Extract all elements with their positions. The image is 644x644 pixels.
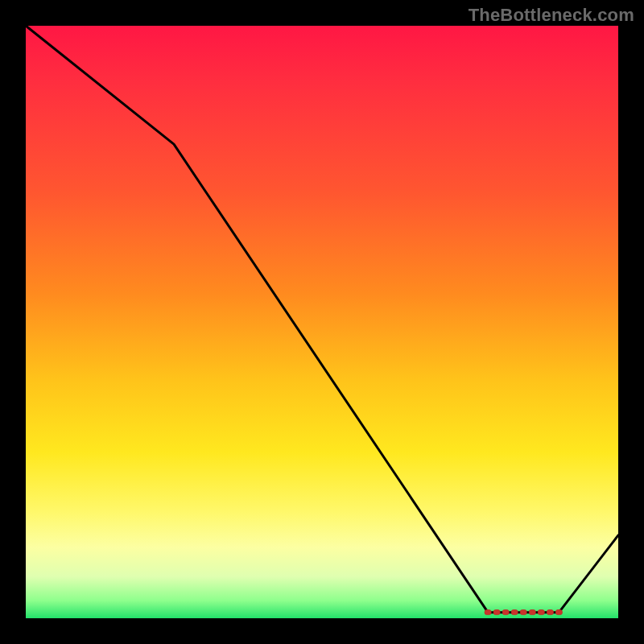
watermark-text: TheBottleneck.com [469,5,634,26]
trough-marker [502,610,509,615]
trough-marker [485,610,491,615]
trough-marker [555,610,562,615]
flat-segment-markers [485,610,562,615]
trough-marker [538,610,544,615]
trough-marker [520,610,526,615]
data-line [26,26,618,613]
chart-svg [26,26,618,618]
trough-marker [511,610,518,615]
chart-frame: TheBottleneck.com [0,0,644,644]
trough-marker [529,610,535,615]
trough-marker [547,610,553,615]
plot-area [26,26,618,618]
trough-marker [493,610,500,615]
